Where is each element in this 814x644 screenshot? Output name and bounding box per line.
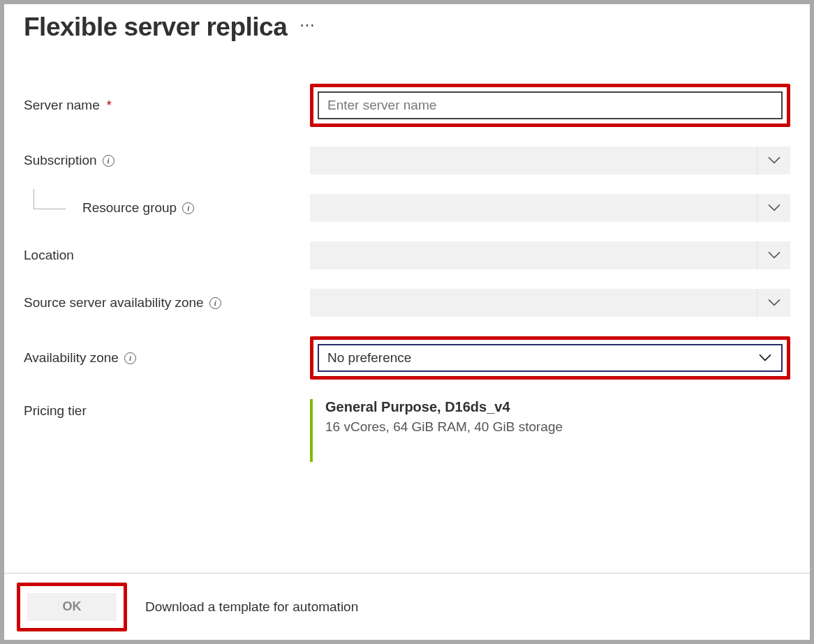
location-control: [310, 241, 790, 269]
pricing-tier-title: General Purpose, D16ds_v4: [325, 399, 790, 415]
required-mark: *: [107, 98, 112, 113]
pricing-tier-label: Pricing tier: [24, 399, 310, 419]
indent-icon: [27, 193, 71, 214]
more-actions-button[interactable]: ⋯: [299, 16, 316, 38]
header: Flexible server replica ⋯: [24, 11, 790, 42]
content-area: Flexible server replica ⋯ Server name * …: [4, 4, 810, 573]
ok-button-highlight: OK: [17, 583, 127, 631]
location-label: Location: [24, 248, 310, 263]
resource-group-control: [310, 194, 790, 222]
source-zone-label: Source server availability zone i: [24, 295, 310, 310]
info-icon[interactable]: i: [103, 155, 114, 167]
source-zone-control: [310, 289, 790, 317]
pricing-tier-detail: 16 vCores, 64 GiB RAM, 40 GiB storage: [325, 419, 790, 435]
pricing-tier-control: General Purpose, D16ds_v4 16 vCores, 64 …: [310, 399, 790, 462]
resource-group-label: Resource group i: [24, 200, 310, 216]
flexible-server-replica-panel: Flexible server replica ⋯ Server name * …: [0, 0, 814, 644]
info-icon[interactable]: i: [182, 202, 194, 214]
subscription-select[interactable]: [310, 147, 790, 174]
source-zone-select[interactable]: [310, 289, 790, 317]
info-icon[interactable]: i: [209, 297, 221, 309]
form-grid: Server name * Subscription i: [24, 84, 790, 462]
availability-zone-label: Availability zone i: [24, 350, 310, 366]
server-name-label: Server name *: [24, 98, 310, 113]
availability-zone-select[interactable]: No preference: [318, 344, 783, 372]
ok-button[interactable]: OK: [27, 593, 117, 621]
download-template-link[interactable]: Download a template for automation: [145, 599, 358, 615]
footer-bar: OK Download a template for automation: [4, 573, 810, 640]
location-select[interactable]: [310, 241, 790, 269]
pricing-tier-block: General Purpose, D16ds_v4 16 vCores, 64 …: [310, 399, 790, 462]
availability-zone-control-highlight: No preference: [310, 336, 790, 380]
subscription-label: Subscription i: [24, 153, 310, 168]
server-name-input[interactable]: [318, 91, 783, 119]
resource-group-select[interactable]: [310, 194, 790, 222]
page-title: Flexible server replica: [24, 13, 287, 42]
server-name-control-highlight: [310, 84, 790, 127]
subscription-control: [310, 147, 790, 174]
info-icon[interactable]: i: [124, 352, 136, 364]
chevron-down-icon: [759, 353, 771, 361]
